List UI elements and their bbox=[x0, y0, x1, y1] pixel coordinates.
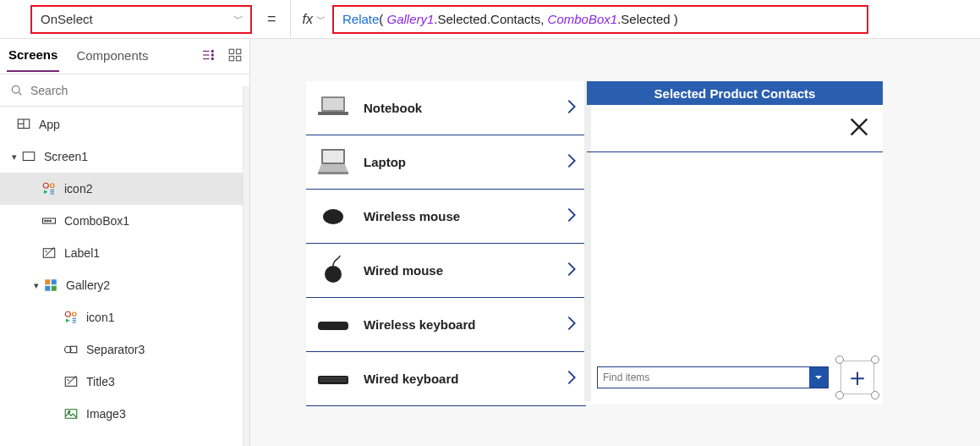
contacts-top-row bbox=[587, 105, 883, 152]
svg-rect-25 bbox=[52, 286, 57, 291]
svg-line-11 bbox=[19, 92, 21, 95]
svg-point-40 bbox=[325, 266, 342, 283]
svg-point-18 bbox=[45, 220, 47, 222]
property-dropdown[interactable]: OnSelect ﹀ bbox=[30, 5, 252, 34]
svg-point-19 bbox=[47, 220, 49, 222]
svg-marker-37 bbox=[318, 164, 348, 173]
product-image-notebook bbox=[315, 91, 352, 125]
app-icon bbox=[15, 116, 32, 133]
svg-point-5 bbox=[211, 58, 213, 59]
tree-item-separator3[interactable]: Separator3 bbox=[0, 333, 249, 366]
svg-rect-8 bbox=[229, 57, 233, 61]
svg-point-16 bbox=[43, 183, 48, 188]
tree-item-icon2[interactable]: icon2 bbox=[0, 173, 249, 205]
tree-item-gallery2[interactable]: ▾ Gallery2 bbox=[0, 269, 249, 301]
chevron-right-icon[interactable] bbox=[562, 314, 581, 335]
equals-label: = bbox=[267, 10, 276, 28]
product-image-wireless-keyboard bbox=[315, 308, 352, 342]
combobox-icon bbox=[41, 212, 57, 229]
svg-rect-41 bbox=[318, 322, 348, 330]
gallery-item[interactable]: Wireless mouse bbox=[306, 190, 586, 244]
gallery-item-title: Laptop bbox=[364, 155, 550, 169]
chevron-right-icon[interactable] bbox=[562, 368, 581, 389]
svg-rect-9 bbox=[237, 57, 241, 61]
formula-token: ( bbox=[379, 12, 386, 26]
tree-view: App ▾ Screen1 icon2 ComboBox1 bbox=[0, 107, 249, 446]
tree-item-label: Separator3 bbox=[86, 343, 145, 356]
svg-rect-21 bbox=[43, 249, 55, 258]
svg-rect-15 bbox=[23, 152, 35, 161]
tree-item-combobox1[interactable]: ComboBox1 bbox=[0, 205, 249, 237]
canvas[interactable]: Notebook Laptop Wireless mouse bbox=[250, 39, 980, 446]
tree-search[interactable] bbox=[0, 74, 249, 107]
tree-item-title3[interactable]: Title3 bbox=[0, 366, 249, 398]
gallery-item[interactable]: Wired mouse bbox=[306, 244, 586, 298]
tree-item-label: Label1 bbox=[64, 246, 100, 260]
tree-item-screen1[interactable]: ▾ Screen1 bbox=[0, 140, 249, 173]
close-icon[interactable] bbox=[847, 115, 871, 141]
formula-token-obj: ComboBox1 bbox=[548, 12, 618, 26]
plus-icon: ＋ bbox=[845, 365, 870, 390]
tree-item-label1[interactable]: Label1 bbox=[0, 237, 249, 269]
gallery-icon bbox=[42, 277, 59, 294]
chevron-right-icon[interactable] bbox=[562, 151, 581, 173]
chevron-down-icon: ﹀ bbox=[233, 12, 244, 26]
tree-item-image3[interactable]: Image3 bbox=[0, 398, 249, 430]
svg-rect-23 bbox=[52, 279, 57, 284]
gallery-item-title: Wired mouse bbox=[364, 263, 550, 278]
chevron-right-icon[interactable] bbox=[562, 97, 581, 118]
grid-view-icon[interactable] bbox=[227, 47, 243, 65]
app-preview: Notebook Laptop Wireless mouse bbox=[306, 81, 883, 405]
combobox1[interactable] bbox=[597, 366, 829, 388]
resize-handle[interactable] bbox=[835, 355, 844, 364]
gallery-item-title: Notebook bbox=[364, 101, 550, 115]
tree-item-app[interactable]: App bbox=[0, 108, 249, 140]
tree-search-input[interactable] bbox=[30, 84, 239, 97]
dropdown-button[interactable] bbox=[809, 367, 828, 388]
formula-token-func: Relate bbox=[342, 12, 379, 26]
separator-icon bbox=[63, 341, 79, 358]
gallery-item[interactable]: Laptop bbox=[306, 135, 586, 190]
product-image-wired-mouse bbox=[315, 254, 352, 288]
tree-item-label: ComboBox1 bbox=[64, 214, 129, 228]
scrollbar[interactable] bbox=[243, 86, 249, 446]
gallery-item[interactable]: Wireless keyboard bbox=[306, 298, 586, 352]
gallery-item[interactable]: Wired keyboard bbox=[306, 352, 586, 406]
tree-item-label: Image3 bbox=[86, 407, 126, 421]
chevron-right-icon[interactable] bbox=[562, 260, 581, 281]
svg-rect-34 bbox=[318, 112, 348, 115]
tab-screens[interactable]: Screens bbox=[7, 41, 59, 72]
screen-icon bbox=[20, 148, 37, 165]
caret-down-icon[interactable]: ▾ bbox=[8, 151, 20, 162]
chevron-right-icon[interactable] bbox=[562, 206, 581, 227]
resize-handle[interactable] bbox=[871, 355, 879, 364]
fx-container: fx ﹀ Relate( Gallery1.Selected.Contacts,… bbox=[290, 0, 868, 38]
resize-handle[interactable] bbox=[835, 391, 844, 399]
formula-bar: OnSelect ﹀ = fx ﹀ Relate( Gallery1.Selec… bbox=[0, 0, 980, 39]
combobox-input[interactable] bbox=[598, 372, 809, 383]
icon2-selected[interactable]: ＋ bbox=[839, 359, 876, 396]
gallery-item-title: Wireless keyboard bbox=[364, 317, 550, 332]
gallery-item-title: Wireless mouse bbox=[364, 209, 550, 223]
caret-down-icon[interactable]: ▾ bbox=[30, 280, 42, 291]
fx-button[interactable]: fx ﹀ bbox=[303, 12, 326, 27]
svg-rect-42 bbox=[318, 376, 348, 384]
tab-components[interactable]: Components bbox=[74, 41, 150, 71]
svg-rect-6 bbox=[229, 49, 233, 53]
formula-token-obj: Gallery1 bbox=[387, 12, 435, 26]
svg-point-10 bbox=[12, 85, 19, 93]
product-image-wired-keyboard bbox=[315, 362, 352, 396]
svg-rect-33 bbox=[323, 98, 343, 110]
icon-control-icon bbox=[41, 180, 57, 197]
svg-rect-24 bbox=[45, 286, 50, 291]
formula-token: .Selected ) bbox=[617, 12, 678, 26]
product-image-laptop bbox=[315, 146, 352, 179]
formula-input[interactable]: Relate( Gallery1.Selected.Contacts, Comb… bbox=[332, 5, 868, 34]
gallery-item[interactable]: Notebook bbox=[306, 81, 586, 135]
tree-item-icon1[interactable]: icon1 bbox=[0, 301, 249, 333]
gallery2[interactable]: Notebook Laptop Wireless mouse bbox=[306, 81, 587, 405]
tree-collapse-icon[interactable] bbox=[200, 47, 216, 65]
resize-handle[interactable] bbox=[871, 391, 879, 399]
svg-point-26 bbox=[65, 311, 70, 317]
tree-panel: Screens Components App bbox=[0, 39, 250, 446]
